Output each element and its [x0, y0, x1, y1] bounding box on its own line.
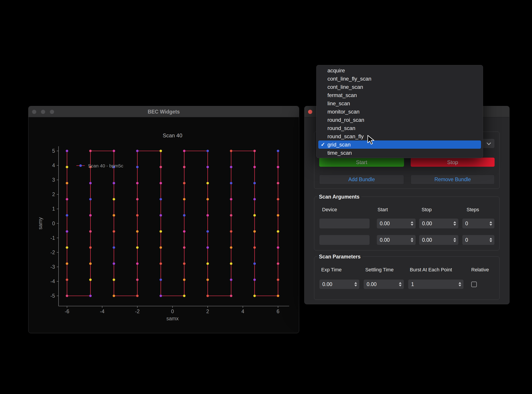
scan-point	[160, 246, 162, 249]
spinner-arrows-icon[interactable]	[459, 282, 463, 286]
spinner-arrows-icon[interactable]	[490, 238, 494, 242]
scan-point	[113, 246, 115, 249]
spin-value: 0.00	[320, 281, 332, 287]
scan-point	[230, 214, 232, 217]
scan-point	[277, 182, 279, 185]
dropdown-item-round_roi_scan[interactable]: round_roi_scan	[316, 116, 483, 124]
dropdown-item-time_scan[interactable]: time_scan	[316, 149, 483, 157]
stop-spinbox-2[interactable]: 0.00	[419, 235, 459, 245]
spinner-arrows-icon[interactable]	[453, 221, 458, 226]
exp-time-spinbox[interactable]: 0.00	[319, 279, 360, 289]
dropdown-item-grid_scan[interactable]: ✓grid_scan	[318, 140, 481, 149]
dropdown-item-round_scan_fly[interactable]: round_scan_fly	[316, 132, 483, 140]
scan-point	[160, 166, 162, 169]
y-tick-label: 1	[52, 206, 55, 212]
scan-point	[253, 295, 256, 297]
scan-point	[277, 166, 279, 169]
x-tick-label: 4	[242, 309, 244, 314]
steps-spinbox-1[interactable]: 0	[462, 218, 495, 229]
y-tick-label: 2	[52, 192, 55, 197]
scan-point	[253, 214, 256, 217]
scan-point	[66, 230, 68, 233]
scan-point	[66, 166, 68, 169]
scan-point	[113, 150, 115, 152]
spin-value: 0	[462, 221, 468, 227]
dropdown-item-line_scan[interactable]: line_scan	[316, 99, 483, 108]
scan-point	[66, 246, 68, 249]
stop-button[interactable]: Stop	[411, 158, 495, 167]
scan-point	[253, 246, 256, 249]
relative-checkbox[interactable]	[471, 282, 477, 287]
scan-point	[66, 214, 68, 217]
scan-point	[160, 198, 162, 201]
spinner-arrows-icon[interactable]	[411, 221, 416, 226]
scan-point	[160, 230, 162, 233]
dropdown-item-label: fermat_scan	[327, 92, 357, 98]
scan-point	[253, 198, 256, 201]
scan-parameters-group: Scan Parameters Exp Time Settling Time B…	[314, 256, 500, 300]
scan-point	[113, 214, 115, 217]
spinner-arrows-icon[interactable]	[453, 238, 458, 242]
scan-points	[66, 150, 279, 297]
scan-point	[230, 262, 232, 265]
scan-point	[66, 279, 68, 281]
scan-point	[206, 198, 209, 201]
scan-point	[230, 295, 232, 297]
dropdown-item-monitor_scan[interactable]: monitor_scan	[316, 108, 483, 116]
settling-time-header: Settling Time	[365, 267, 393, 273]
scan-arguments-title: Scan Arguments	[317, 193, 361, 200]
x-tick-label: 0	[171, 309, 174, 314]
start-spinbox-1[interactable]: 0.00	[377, 218, 416, 229]
remove-bundle-button[interactable]: Remove Bundle	[411, 175, 495, 184]
scan-point	[160, 295, 162, 297]
steps-spinbox-2[interactable]: 0	[462, 235, 495, 245]
plot-title: Scan 40	[163, 132, 182, 139]
scan-point	[89, 182, 92, 185]
close-button[interactable]	[308, 110, 312, 114]
burst-spinbox[interactable]: 1	[408, 279, 464, 289]
spinner-arrows-icon[interactable]	[354, 282, 359, 286]
scan-point	[136, 262, 139, 265]
scan-point	[89, 214, 92, 217]
spinner-arrows-icon[interactable]	[490, 221, 494, 226]
scan-point	[183, 214, 186, 217]
start-spinbox-2[interactable]: 0.00	[377, 235, 416, 245]
scan-point	[160, 182, 162, 185]
scan-point	[206, 166, 209, 169]
scan-point	[160, 150, 162, 152]
dropdown-item-label: cont_line_fly_scan	[327, 76, 371, 82]
relative-header: Relative	[471, 267, 489, 273]
dropdown-item-acquire[interactable]: acquire	[316, 66, 483, 75]
dropdown-item-label: line_scan	[327, 100, 350, 106]
scan-point	[183, 182, 186, 185]
scan-point	[230, 182, 232, 185]
y-tick-label: -5	[51, 293, 55, 299]
bec-widgets-window: BEC Widgets -6-4-20246-5-4-3-2-1012345Sc…	[28, 106, 299, 333]
plot-window-titlebar[interactable]: BEC Widgets	[28, 106, 299, 117]
dropdown-item-round_scan[interactable]: round_scan	[316, 124, 483, 132]
dropdown-item-cont_line_fly_scan[interactable]: cont_line_fly_scan	[316, 75, 483, 83]
scan-point	[253, 150, 256, 152]
dropdown-item-label: round_scan	[327, 125, 355, 131]
scan-point	[136, 214, 139, 217]
device-input-1[interactable]	[319, 218, 370, 229]
dropdown-item-fermat_scan[interactable]: fermat_scan	[316, 91, 483, 99]
settling-time-spinbox[interactable]: 0.00	[363, 279, 404, 289]
scan-point	[183, 279, 186, 281]
spinner-arrows-icon[interactable]	[399, 282, 404, 286]
device-input-2[interactable]	[319, 235, 370, 245]
scan-path	[67, 151, 278, 296]
scan-point	[277, 214, 279, 217]
stop-spinbox-1[interactable]: 0.00	[419, 218, 459, 229]
start-button[interactable]: Start	[319, 158, 404, 167]
y-tick-label: -4	[51, 279, 55, 284]
spin-value: 0.00	[419, 221, 432, 227]
scan-point	[277, 262, 279, 265]
spinner-arrows-icon[interactable]	[411, 238, 416, 242]
dropdown-item-cont_line_scan[interactable]: cont_line_scan	[316, 83, 483, 91]
y-tick-label: 0	[52, 221, 55, 226]
dropdown-item-label: round_scan_fly	[327, 133, 364, 139]
scan-arguments-group: Scan Arguments Device Start Stop Steps 0…	[314, 197, 500, 250]
scan-point	[113, 295, 115, 297]
add-bundle-button[interactable]: Add Bundle	[319, 175, 404, 184]
